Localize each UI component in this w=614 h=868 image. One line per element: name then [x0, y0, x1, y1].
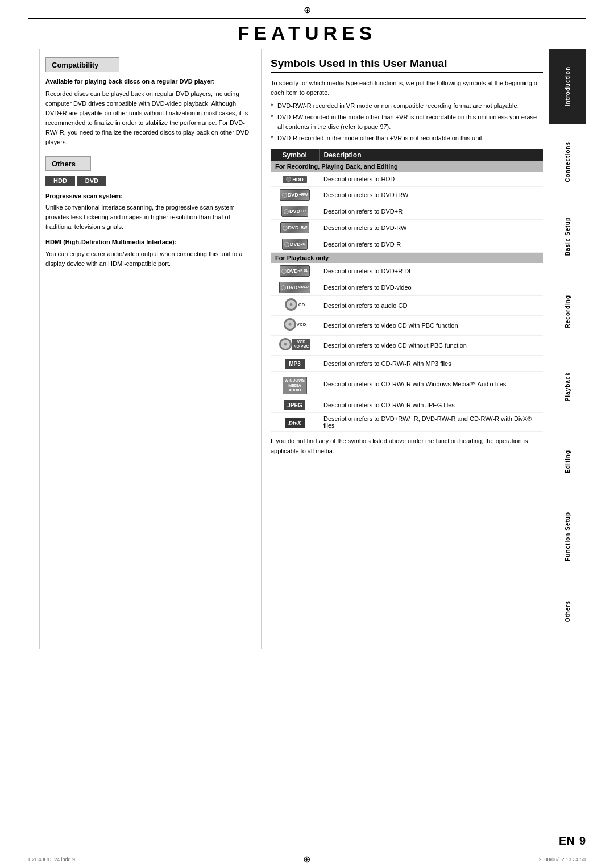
others-section: Others HDD DVD Progressive scan system: … [45, 156, 251, 269]
dvd-badge: DVD [77, 176, 106, 186]
spacer [0, 649, 614, 829]
symbol-cell-vcd-nopbc: VCDNO PBC [271, 336, 319, 356]
footer-date: 2008/06/02 13:34:50 [538, 857, 586, 862]
symbols-table: Symbol Description For Recording, Playin… [271, 149, 543, 432]
symbol-cell-divx: DivX [271, 413, 319, 432]
symbol-cell-jpeg: JPEG [271, 397, 319, 413]
symbol-cell-wma: WINDOWSMEDIAAUDIO [271, 372, 319, 397]
desc-dvd-plusr-dl: Description refers to DVD+R DL [319, 263, 543, 279]
sidebar-label-introduction: Introduction [565, 66, 571, 106]
symbol-cell-mp3: MP3 [271, 356, 319, 372]
footer-reg-mark: ⊕ [303, 854, 310, 865]
desc-cd: Description refers to audio CD [319, 296, 543, 316]
desc-dvd-minusr: Description refers to DVD-R [319, 236, 543, 253]
registration-mark-top: ⊕ [304, 5, 311, 15]
progressive-heading: Progressive scan system: [45, 191, 251, 201]
progressive-text: Unlike conventional interlace scanning, … [45, 203, 251, 232]
sidebar-section-connections: Connections [549, 124, 586, 199]
symbol-cell-dvd-minusrw: DVD-RW [271, 220, 319, 236]
title-bar: FEATURES [28, 18, 586, 49]
footer-file: E2H40UD_v4.indd 9 [28, 857, 75, 862]
symbol-cell-dvd-plusr-dl: DVD+R DL [271, 263, 319, 279]
bullet-list: * DVD-RW/-R recorded in VR mode or non c… [271, 101, 543, 143]
symbol-cell-cd: CD [271, 296, 319, 316]
intro-text: To specify for which media type each fun… [271, 78, 543, 98]
desc-vcd-nopbc: Description refers to video CD without P… [319, 336, 543, 356]
sidebar-label-connections: Connections [565, 141, 571, 182]
desc-dvd-plusrw: Description refers to DVD+RW [319, 187, 543, 203]
desc-divx: Description refers to DVD+RW/+R, DVD-RW/… [319, 413, 543, 432]
symbol-cell-dvd-plusrw: DVD+RW [271, 187, 319, 203]
sidebar-label-playback: Playback [565, 372, 571, 401]
symbol-cell-hdd: HDD [271, 172, 319, 187]
hdmi-heading: HDMI (High-Definition Multimedia Interfa… [45, 237, 251, 247]
symbol-cell-dvd-plusr: DVD+R [271, 203, 319, 220]
page-number: 9 [579, 834, 586, 848]
left-column: Compatibility Available for playing back… [40, 49, 262, 649]
hdd-badge: HDD [45, 176, 75, 186]
sidebar-label-basic-setup: Basic Setup [565, 217, 571, 256]
table-header-symbol: Symbol [271, 149, 319, 161]
sidebar-label-others: Others [565, 600, 571, 622]
bullet-item-3: * DVD-R recorded in the mode other than … [271, 133, 543, 143]
bottom-note: If you do not find any of the symbols li… [271, 436, 543, 456]
sidebar-label-recording: Recording [565, 295, 571, 328]
available-text: Recorded discs can be played back on reg… [45, 89, 251, 147]
table-header-description: Description [319, 149, 543, 161]
main-content: Compatibility Available for playing back… [28, 49, 586, 649]
table-row: DVD-RW Description refers to DVD-RW [271, 220, 543, 236]
available-heading: Available for playing back discs on a re… [45, 77, 251, 86]
desc-hdd: Description refers to HDD [319, 172, 543, 187]
playback-section-label: For Playback only [271, 253, 543, 264]
table-row: VCDNO PBC Description refers to video CD… [271, 336, 543, 356]
sidebar-section-basic-setup: Basic Setup [549, 199, 586, 274]
sidebar-section-recording: Recording [549, 274, 586, 349]
desc-vcd-pbc: Description refers to video CD with PBC … [319, 316, 543, 336]
page-footer: E2H40UD_v4.indd 9 ⊕ 2008/06/02 13:34:50 [0, 850, 614, 868]
table-row: WINDOWSMEDIAAUDIO Description refers to … [271, 372, 543, 397]
sidebar-section-introduction: Introduction [549, 49, 586, 124]
compatibility-header: Compatibility [45, 57, 119, 72]
table-row: JPEG Description refers to CD-RW/-R with… [271, 397, 543, 413]
section-title: Symbols Used in this User Manual [271, 57, 543, 73]
en-label: EN [559, 834, 575, 848]
top-reg-mark: ⊕ [0, 0, 614, 18]
playback-section-row: For Playback only [271, 253, 543, 264]
bullet-item-2: * DVD-RW recorded in the mode other than… [271, 112, 543, 132]
hdmi-text: You can enjoy clearer audio/video output… [45, 249, 251, 269]
table-row: MP3 Description refers to CD-RW/-R with … [271, 356, 543, 372]
table-row: DVD+RW Description refers to DVD+RW [271, 187, 543, 203]
right-sidebar: Introduction Connections Basic Setup Rec… [549, 49, 586, 649]
page: ⊕ FEATURES Compatibility Available for p… [0, 0, 614, 868]
desc-wma: Description refers to CD-RW/-R with Wind… [319, 372, 543, 397]
left-margin [28, 49, 40, 649]
table-row: VCD Description refers to video CD with … [271, 316, 543, 336]
sidebar-section-function-setup: Function Setup [549, 499, 586, 574]
sidebar-section-playback: Playback [549, 349, 586, 424]
table-row: DVD+R Description refers to DVD+R [271, 203, 543, 220]
table-row: DivX Description refers to DVD+RW/+R, DV… [271, 413, 543, 432]
symbol-cell-dvd-minusr: DVD-R [271, 236, 319, 253]
hdd-dvd-badges: HDD DVD [45, 176, 251, 186]
symbol-cell-dvd-video: DVDVIDEO [271, 279, 319, 296]
table-row: CD Description refers to audio CD [271, 296, 543, 316]
sidebar-label-editing: Editing [565, 450, 571, 473]
sidebar-section-editing: Editing [549, 424, 586, 499]
desc-dvd-video: Description refers to DVD-video [319, 279, 543, 296]
recording-section-label: For Recording, Playing Back, and Editing [271, 161, 543, 172]
sidebar-label-function-setup: Function Setup [565, 512, 571, 561]
table-row: DVD+R DL Description refers to DVD+R DL [271, 263, 543, 279]
recording-section-row: For Recording, Playing Back, and Editing [271, 161, 543, 172]
desc-jpeg: Description refers to CD-RW/-R with JPEG… [319, 397, 543, 413]
right-column: Symbols Used in this User Manual To spec… [262, 49, 549, 649]
compatibility-section: Compatibility Available for playing back… [45, 57, 251, 147]
desc-dvd-minusrw: Description refers to DVD-RW [319, 220, 543, 236]
bullet-item-1: * DVD-RW/-R recorded in VR mode or non c… [271, 101, 543, 111]
table-row: DVDVIDEO Description refers to DVD-video [271, 279, 543, 296]
table-row: DVD-R Description refers to DVD-R [271, 236, 543, 253]
sidebar-section-others: Others [549, 574, 586, 649]
desc-mp3: Description refers to CD-RW/-R with MP3 … [319, 356, 543, 372]
symbol-cell-vcd-pbc: VCD [271, 316, 319, 336]
page-number-area: EN 9 [0, 829, 614, 850]
desc-dvd-plusr: Description refers to DVD+R [319, 203, 543, 220]
